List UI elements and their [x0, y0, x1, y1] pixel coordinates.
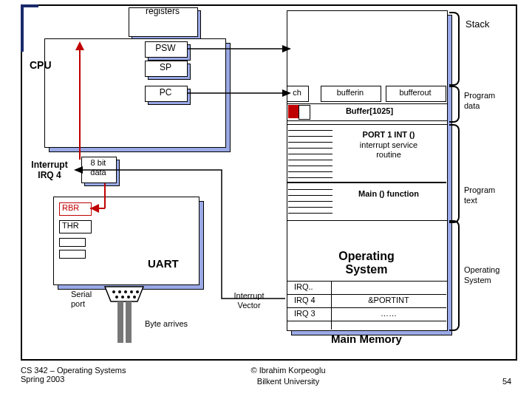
pc-label: PC	[145, 87, 186, 98]
interrupt-word: Interrupt	[31, 160, 67, 170]
footer-page: 54	[502, 377, 511, 386]
irq3-row: IRQ 3	[294, 309, 316, 318]
psw-label: PSW	[145, 43, 186, 53]
interrupt-label: Interrupt IRQ 4	[25, 160, 74, 180]
main-fn-label: Main () function	[337, 189, 440, 198]
program-data-label: Program data	[464, 90, 495, 111]
main-memory-label: Main Memory	[287, 332, 446, 345]
program-text-label: Program text	[464, 185, 495, 205]
portint-handler: &PORTINT	[334, 296, 443, 304]
ivec-to-irq-arrow	[74, 166, 288, 303]
svg-marker-18	[282, 89, 291, 97]
buffer-array-label: Buffer[1025]	[325, 106, 414, 115]
irq4-row: IRQ 4	[294, 296, 316, 304]
os-title-2: System	[287, 263, 446, 276]
svg-marker-11	[75, 41, 84, 50]
ivec-dots: ……	[334, 309, 443, 318]
svg-marker-19	[74, 166, 83, 174]
registers-label: registers	[129, 6, 197, 16]
svg-marker-16	[282, 45, 291, 52]
cpu-title: CPU	[30, 59, 52, 71]
footer-credit2: Bilkent University	[222, 377, 355, 386]
red-arrow-cpu	[74, 41, 86, 160]
interrupt-irq: IRQ 4	[38, 170, 61, 180]
bufferout-label: bufferout	[386, 88, 445, 97]
bufferin-label: bufferin	[321, 88, 380, 97]
os-side-label: Operating System	[464, 265, 499, 285]
psw-to-mem-arrow	[188, 44, 291, 111]
isr-label: interrupt service routine	[337, 140, 440, 160]
os-title-1: Operating	[287, 250, 446, 263]
sp-label: SP	[145, 62, 186, 72]
irq-top: IRQ..	[294, 282, 313, 291]
byte-arrives-label: Byte arrives	[133, 319, 200, 328]
footer-credit1: © Ibrahim Korpeoglu	[222, 366, 355, 375]
port1int-label: PORT 1 INT ()	[337, 130, 440, 139]
stack-label: Stack	[466, 18, 490, 30]
